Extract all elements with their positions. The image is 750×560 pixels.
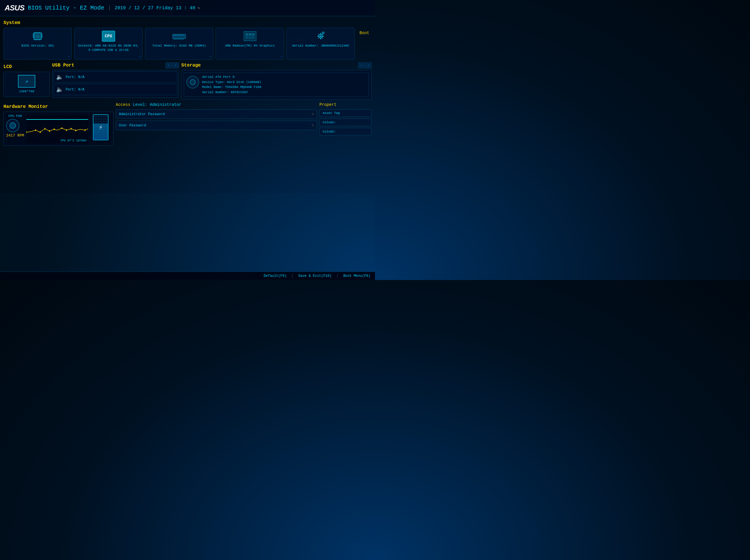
gpu-corner-icon: ↙ [281,54,283,58]
property-section: Propert Asset Tag Colum1: Colum2: [319,102,372,146]
usb-nav-arrows: ‹ › [165,62,179,68]
svg-rect-26 [182,35,183,36]
usb-next-arrow[interactable]: › [173,62,179,68]
access-label: Access [116,102,130,107]
usb-prev-arrow[interactable]: ‹ [165,62,172,68]
default-button[interactable]: Default(F9) [263,274,287,278]
middle-row: LCD 1366*768 USB Port ‹ › 🔈 Port: N/A [3,62,372,100]
svg-point-51 [44,128,45,129]
save-exit-button[interactable]: Save & Exit(F10) [298,274,332,278]
svg-rect-22 [175,35,176,36]
lcd-icon [18,75,35,88]
fan-rpm: 2417 RPM [6,133,24,138]
access-level-label: Level: Administrator [133,102,181,107]
ram-text: Total Memory: 8192 MB (DDR4) [153,44,206,48]
storage-model: Model Name: TOSHIBA MQ04AB F100 [202,85,261,90]
admin-password-field[interactable]: Administrator Password ✎ [116,109,317,119]
storage-section: Storage ‹ › Serial ATA Port 0 Device Typ… [181,62,372,100]
svg-rect-38 [252,33,254,36]
lcd-resolution: 1366*768 [19,89,35,94]
lcd-section-title: LCD [3,64,50,69]
battery-container: ⚡ [91,114,111,140]
access-title: Access Level: Administrator [116,102,317,107]
usb-port-2-label: Port: N/A [66,88,84,92]
storage-panel-header: Storage ‹ › [181,62,372,68]
user-password-label: User Password [119,123,312,127]
storage-next-arrow[interactable]: › [365,62,372,68]
storage-device-type: Device Type: Hard Disk (1000GB) [202,80,261,85]
admin-password-label: Administrator Password [119,112,312,116]
header-divider: | [107,5,111,11]
svg-point-52 [49,130,50,132]
cpu-text: Socket0: AMD A6-9225 RA DEON R4, 5 COMPU… [77,44,139,53]
svg-point-58 [85,129,86,131]
svg-rect-2 [36,35,40,38]
gpu-icon [243,31,257,42]
ram-icon [172,31,186,42]
hardware-monitor-section: Hardware Monitor CPU FAN 2417 RPM [3,102,114,146]
svg-rect-23 [177,35,178,36]
gpu-card[interactable]: AMD Radeon(TM) R4 Graphics ↙ [216,28,284,60]
cpu-chart-label: CPU 87°C 1075mV [60,139,86,142]
edit-datetime-icon[interactable]: ✎ [198,5,200,11]
property-title: Propert [319,102,372,107]
boot-label: Boot [357,29,372,37]
svg-rect-25 [181,35,181,36]
svg-point-56 [71,128,72,129]
user-password-edit-icon[interactable]: ✎ [312,123,314,128]
storage-port: Serial ATA Port 0 [202,75,261,80]
fan-container: CPU FAN 2417 RPM [6,114,24,138]
svg-point-45 [323,33,324,34]
battery-bolt-icon: ⚡ [99,123,103,132]
hw-monitor-title: Hardware Monitor [3,104,114,109]
svg-rect-39 [246,37,248,38]
cpu-corner-icon: ↙ [139,54,141,58]
gear-icon [314,31,328,42]
serial-card[interactable]: Serial Number: JBN0GR09J21248C [287,28,355,60]
storage-nav-arrows: ‹ › [358,62,372,68]
admin-password-edit-icon[interactable]: ✎ [312,112,314,117]
fan-icon [6,119,19,132]
header: ASUS BIOS Utility - EZ Mode | 2019 / 12 … [0,0,375,16]
usb-port-1: 🔈 Port: N/A [54,72,177,83]
cpu-icon: CPU [102,31,116,42]
column1-field[interactable]: Colum1: [319,119,372,126]
hdd-inner [190,79,196,85]
hw-monitor-panel: CPU FAN 2417 RPM [3,112,114,146]
user-password-field[interactable]: User Password ✎ [116,121,317,130]
bios-chip-icon [31,31,44,42]
usb-port-2: 🔈 Port: N/A [54,84,177,95]
column2-field[interactable]: Colum2: [319,128,372,135]
asset-tag-field[interactable]: Asset Tag [319,109,372,117]
usb-panel-header: USB Port ‹ › [52,62,179,68]
svg-point-57 [76,129,76,131]
usb-port-1-label: Port: N/A [66,75,84,79]
serial-text: Serial Number: JBN0GR09J21248C [292,44,349,48]
header-datetime: 2019 / 12 / 27 Friday 13 : 40 [115,5,195,11]
hdd-icon [186,76,199,88]
svg-point-55 [66,129,67,131]
svg-rect-21 [174,35,175,36]
svg-rect-37 [249,33,251,36]
svg-point-53 [54,128,55,130]
storage-serial: Serial Number: 88TKCCOGT [202,90,261,95]
cpu-card[interactable]: CPU Socket0: AMD A6-9225 RA DEON R4, 5 C… [74,28,142,60]
main-content: System [0,16,375,148]
storage-prev-arrow[interactable]: ‹ [358,62,364,68]
boot-menu-button[interactable]: Boot Menu(F8) [343,274,370,278]
background-decoration [0,193,375,280]
bottom-row: Hardware Monitor CPU FAN 2417 RPM [3,102,372,146]
ram-card[interactable]: Total Memory: 8192 MB (DDR4) ↙ [145,28,213,60]
bios-card[interactable]: BIOS Version: 301 ↙ [3,28,72,60]
storage-info: Serial ATA Port 0 Device Type: Hard Disk… [202,75,261,95]
svg-rect-36 [246,33,248,36]
svg-point-49 [35,129,36,131]
svg-rect-24 [179,35,180,36]
storage-card: Serial ATA Port 0 Device Type: Hard Disk… [184,73,369,97]
bios-version-text: BIOS Version: 301 [21,44,54,48]
svg-rect-41 [252,37,254,38]
footer-divider-1: | [291,274,293,278]
asus-logo: ASUS [5,3,24,13]
lcd-section: LCD 1366*768 [3,62,50,100]
svg-rect-47 [26,114,88,143]
